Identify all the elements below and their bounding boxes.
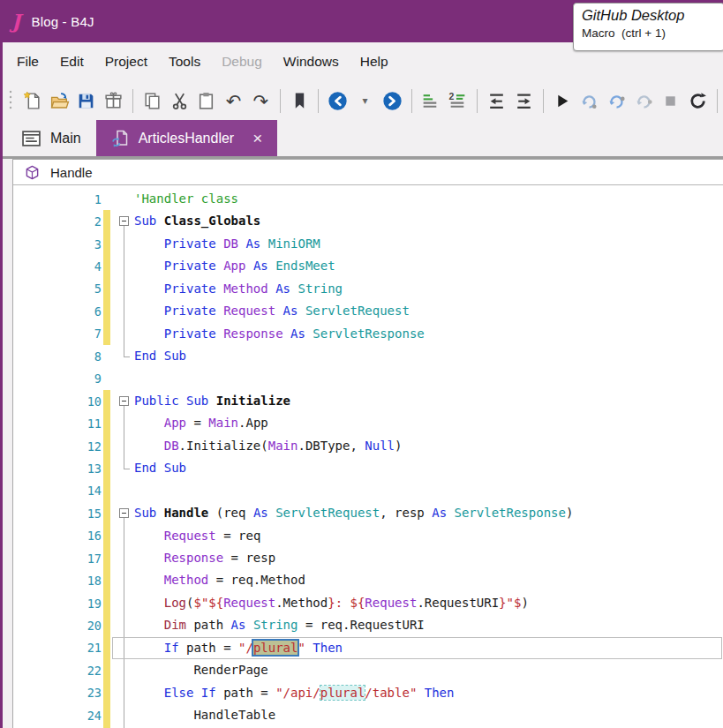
code-token: End Sub bbox=[134, 461, 186, 475]
code-line-row: 21 If path = "/plural" Then bbox=[13, 637, 723, 659]
indent-button[interactable] bbox=[512, 87, 536, 114]
code-line-row: 18 Method = req.Method bbox=[13, 569, 723, 591]
code-token: Then bbox=[313, 641, 343, 655]
tab-main[interactable]: Main bbox=[7, 120, 96, 156]
code-line[interactable]: If path = "/plural" Then bbox=[134, 637, 723, 659]
undo-button[interactable]: ↶ bbox=[222, 87, 245, 114]
tab-articleshandler[interactable]: ArticlesHandler× bbox=[96, 120, 278, 156]
code-line[interactable]: RenderPage bbox=[134, 659, 723, 681]
open-project-button[interactable] bbox=[48, 87, 72, 114]
redo-button[interactable]: ↷ bbox=[249, 87, 273, 114]
uncomment-button[interactable]: 2 bbox=[446, 87, 470, 114]
menu-debug: Debug bbox=[211, 54, 273, 70]
collapse-box-icon[interactable] bbox=[119, 508, 129, 518]
code-token: /table" bbox=[365, 686, 424, 700]
fold-toggle[interactable] bbox=[110, 502, 134, 524]
fold-column bbox=[110, 547, 134, 569]
comment-button[interactable] bbox=[419, 87, 443, 114]
paste-button[interactable] bbox=[194, 87, 218, 114]
navigate-back-button[interactable] bbox=[326, 87, 350, 114]
step-out-button[interactable] bbox=[632, 87, 656, 114]
fold-column bbox=[110, 435, 134, 457]
step-over-button[interactable] bbox=[605, 87, 629, 114]
match-occurrence: plural bbox=[320, 686, 365, 700]
grip-handle[interactable] bbox=[6, 89, 15, 112]
code-line[interactable]: App = Main.App bbox=[134, 412, 723, 434]
code-line-row: 24 HandleTable bbox=[13, 704, 723, 726]
code-line[interactable]: Else If path = "/api/plural/table" Then bbox=[134, 682, 723, 704]
modified-line-marker bbox=[103, 569, 110, 591]
fold-toggle[interactable] bbox=[110, 210, 134, 232]
code-token: As bbox=[245, 259, 275, 273]
code-line[interactable]: Dim path As String = req.RequestURI bbox=[134, 614, 723, 636]
menu-project[interactable]: Project bbox=[94, 54, 158, 70]
tab-label: Main bbox=[50, 131, 81, 146]
line-number: 20 bbox=[13, 619, 102, 633]
code-line-row: 16 Request = req bbox=[13, 525, 723, 547]
code-line[interactable]: Method = req.Method bbox=[134, 569, 723, 591]
code-line[interactable]: HandleTable bbox=[134, 704, 723, 726]
code-line[interactable]: Sub Class_Globals bbox=[134, 210, 723, 232]
code-line[interactable]: Private Method As String bbox=[134, 278, 723, 300]
code-line[interactable]: 'Handler class bbox=[134, 188, 723, 210]
menu-windows[interactable]: Windows bbox=[273, 54, 350, 70]
restart-button[interactable] bbox=[686, 87, 710, 114]
toolbar-separator bbox=[132, 89, 133, 113]
breadcrumb[interactable]: Handle bbox=[13, 160, 723, 185]
menu-help[interactable]: Help bbox=[350, 54, 399, 70]
menu-tools[interactable]: Tools bbox=[158, 54, 211, 70]
stop-button[interactable] bbox=[659, 87, 683, 114]
collapse-box-icon[interactable] bbox=[119, 396, 129, 406]
code-editor[interactable]: 1'Handler class2Sub Class_Globals3 Priva… bbox=[13, 185, 723, 728]
code-line[interactable]: Private App As EndsMeet bbox=[134, 255, 723, 277]
collapse-box-icon[interactable] bbox=[119, 216, 129, 226]
code-line[interactable]: Public Sub Initialize bbox=[134, 390, 723, 412]
code-token: EndsMeet bbox=[275, 259, 335, 273]
save-icon bbox=[76, 91, 96, 111]
code-line[interactable]: End Sub bbox=[134, 345, 723, 367]
fold-column bbox=[110, 704, 134, 726]
code-line[interactable]: Private DB As MiniORM bbox=[134, 233, 723, 255]
bookmark-button[interactable] bbox=[288, 87, 312, 114]
save-button[interactable] bbox=[74, 87, 98, 114]
toolbar-separator bbox=[477, 89, 478, 113]
dropdown-caret-button[interactable]: ▾ bbox=[353, 87, 377, 114]
menu-edit[interactable]: Edit bbox=[49, 54, 94, 70]
uncomment-icon: 2 bbox=[448, 91, 468, 111]
stop-icon bbox=[660, 91, 681, 111]
cut-button[interactable] bbox=[168, 87, 192, 114]
line-number: 19 bbox=[13, 597, 102, 611]
tab-close-icon[interactable]: × bbox=[252, 130, 262, 146]
code-line[interactable]: Private Request As ServletRequest bbox=[134, 300, 723, 322]
copy-button[interactable] bbox=[140, 87, 164, 114]
outdent-button[interactable] bbox=[485, 87, 508, 114]
code-token: App bbox=[223, 259, 245, 273]
code-token: }: ${ bbox=[328, 596, 365, 610]
fold-toggle[interactable] bbox=[110, 390, 134, 412]
run-button[interactable] bbox=[551, 87, 575, 114]
paste-icon bbox=[196, 91, 216, 111]
menu-file[interactable]: File bbox=[6, 54, 49, 70]
code-line[interactable]: Log($"${Request.Method}: ${Request.Reque… bbox=[134, 592, 723, 614]
modified-line-marker bbox=[103, 502, 110, 524]
toolbar-separator bbox=[717, 89, 718, 113]
code-line[interactable]: Private Response As ServletResponse bbox=[134, 323, 723, 345]
copy-icon bbox=[142, 91, 162, 111]
navigate-forward-button[interactable] bbox=[380, 87, 404, 114]
code-line[interactable]: DB.Initialize(Main.DBType, Null) bbox=[134, 435, 723, 457]
code-line-row: 19 Log($"${Request.Method}: ${Request.Re… bbox=[13, 592, 723, 614]
code-line[interactable]: Response = resp bbox=[134, 547, 723, 569]
code-line-row: 22 RenderPage bbox=[13, 659, 723, 681]
code-line[interactable]: Sub Handle (req As ServletRequest, resp … bbox=[134, 502, 723, 524]
new-file-button[interactable] bbox=[20, 87, 44, 114]
package-button[interactable] bbox=[102, 87, 125, 114]
fold-column bbox=[110, 255, 134, 277]
code-token: Initialize bbox=[216, 394, 290, 408]
code-token: RenderPage bbox=[134, 663, 268, 677]
step-into-button[interactable] bbox=[577, 87, 601, 114]
code-line[interactable]: End Sub bbox=[134, 457, 723, 479]
code-token: Then bbox=[425, 686, 455, 700]
line-number: 3 bbox=[13, 237, 102, 251]
code-line[interactable]: Request = req bbox=[134, 525, 723, 547]
code-token: Null bbox=[365, 439, 395, 453]
